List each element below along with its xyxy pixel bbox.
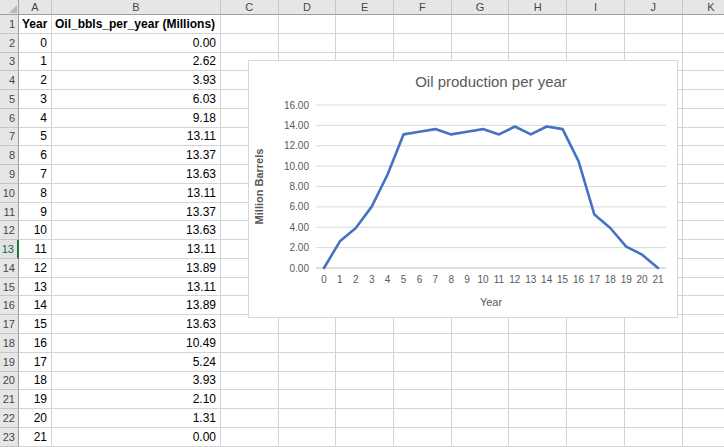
- cell-C21[interactable]: [221, 390, 279, 409]
- cell-E23[interactable]: [336, 428, 394, 447]
- cell-F18[interactable]: [394, 334, 452, 353]
- cell-A2[interactable]: 0: [19, 34, 52, 53]
- column-header-F[interactable]: F: [394, 0, 452, 15]
- cell-B13[interactable]: 13.11: [52, 240, 221, 259]
- cell-B8[interactable]: 13.37: [52, 146, 221, 165]
- cell-J2[interactable]: [625, 34, 683, 53]
- cell-D19[interactable]: [279, 353, 337, 372]
- cell-E19[interactable]: [336, 353, 394, 372]
- cell-G23[interactable]: [452, 428, 510, 447]
- cell-H23[interactable]: [509, 428, 567, 447]
- cell-A13[interactable]: 11: [19, 240, 52, 259]
- cell-A19[interactable]: 17: [19, 353, 52, 372]
- cell-C23[interactable]: [221, 428, 279, 447]
- cell-G1[interactable]: [452, 15, 510, 34]
- cell-H21[interactable]: [509, 390, 567, 409]
- cell-E1[interactable]: [336, 15, 394, 34]
- cell-F22[interactable]: [394, 409, 452, 428]
- cell-A20[interactable]: 18: [19, 372, 52, 391]
- cell-K2[interactable]: [683, 34, 724, 53]
- cell-F20[interactable]: [394, 372, 452, 391]
- cell-B19[interactable]: 5.24: [52, 353, 221, 372]
- row-header-3[interactable]: 3: [0, 53, 19, 72]
- cell-B1[interactable]: Oil_bbls_per_year (Millions): [52, 15, 221, 34]
- cell-A18[interactable]: 16: [19, 334, 52, 353]
- cell-A8[interactable]: 6: [19, 146, 52, 165]
- column-header-B[interactable]: B: [52, 0, 221, 15]
- row-header-15[interactable]: 15: [0, 278, 19, 297]
- select-all-corner[interactable]: [0, 0, 19, 15]
- row-header-8[interactable]: 8: [0, 146, 19, 165]
- cell-I20[interactable]: [567, 372, 625, 391]
- row-header-12[interactable]: 12: [0, 221, 19, 240]
- cell-B7[interactable]: 13.11: [52, 128, 221, 147]
- cell-K21[interactable]: [683, 390, 724, 409]
- cell-G20[interactable]: [452, 372, 510, 391]
- cell-G22[interactable]: [452, 409, 510, 428]
- column-header-J[interactable]: J: [625, 0, 683, 15]
- cell-B15[interactable]: 13.11: [52, 278, 221, 297]
- row-header-17[interactable]: 17: [0, 315, 19, 334]
- row-header-23[interactable]: 23: [0, 428, 19, 447]
- cell-F21[interactable]: [394, 390, 452, 409]
- cell-E21[interactable]: [336, 390, 394, 409]
- cell-B20[interactable]: 3.93: [52, 372, 221, 391]
- cell-D22[interactable]: [279, 409, 337, 428]
- cell-G17[interactable]: [452, 315, 510, 334]
- cell-A6[interactable]: 4: [19, 109, 52, 128]
- cell-B4[interactable]: 3.93: [52, 71, 221, 90]
- cell-A1[interactable]: Year: [19, 15, 52, 34]
- cell-B6[interactable]: 9.18: [52, 109, 221, 128]
- cell-J20[interactable]: [625, 372, 683, 391]
- column-header-E[interactable]: E: [336, 0, 394, 15]
- cell-J17[interactable]: [625, 315, 683, 334]
- cell-K17[interactable]: [683, 315, 724, 334]
- cell-B2[interactable]: 0.00: [52, 34, 221, 53]
- cell-C18[interactable]: [221, 334, 279, 353]
- row-header-10[interactable]: 10: [0, 184, 19, 203]
- cell-I1[interactable]: [567, 15, 625, 34]
- row-header-20[interactable]: 20: [0, 372, 19, 391]
- cell-A16[interactable]: 14: [19, 296, 52, 315]
- cell-K16[interactable]: [683, 296, 724, 315]
- cell-H1[interactable]: [509, 15, 567, 34]
- column-header-K[interactable]: K: [683, 0, 724, 15]
- cell-H20[interactable]: [509, 372, 567, 391]
- cell-D21[interactable]: [279, 390, 337, 409]
- cell-I17[interactable]: [567, 315, 625, 334]
- cell-D1[interactable]: [279, 15, 337, 34]
- cell-B18[interactable]: 10.49: [52, 334, 221, 353]
- cell-A7[interactable]: 5: [19, 128, 52, 147]
- column-header-H[interactable]: H: [509, 0, 567, 15]
- cell-A21[interactable]: 19: [19, 390, 52, 409]
- cell-G2[interactable]: [452, 34, 510, 53]
- cell-I18[interactable]: [567, 334, 625, 353]
- cell-B12[interactable]: 13.63: [52, 221, 221, 240]
- cell-H19[interactable]: [509, 353, 567, 372]
- cell-K12[interactable]: [683, 221, 724, 240]
- cell-B10[interactable]: 13.11: [52, 184, 221, 203]
- cell-A10[interactable]: 8: [19, 184, 52, 203]
- row-header-21[interactable]: 21: [0, 390, 19, 409]
- cell-K23[interactable]: [683, 428, 724, 447]
- cell-A5[interactable]: 3: [19, 90, 52, 109]
- cell-D23[interactable]: [279, 428, 337, 447]
- cell-C17[interactable]: [221, 315, 279, 334]
- cell-K18[interactable]: [683, 334, 724, 353]
- cell-K10[interactable]: [683, 184, 724, 203]
- cell-J1[interactable]: [625, 15, 683, 34]
- cell-B22[interactable]: 1.31: [52, 409, 221, 428]
- cell-I22[interactable]: [567, 409, 625, 428]
- cell-H22[interactable]: [509, 409, 567, 428]
- row-header-19[interactable]: 19: [0, 353, 19, 372]
- cell-E17[interactable]: [336, 315, 394, 334]
- cell-G21[interactable]: [452, 390, 510, 409]
- cell-G19[interactable]: [452, 353, 510, 372]
- embedded-chart[interactable]: 0.002.004.006.008.0010.0012.0014.0016.00…: [248, 60, 678, 318]
- cell-J23[interactable]: [625, 428, 683, 447]
- cell-F19[interactable]: [394, 353, 452, 372]
- cell-A23[interactable]: 21: [19, 428, 52, 447]
- cell-J21[interactable]: [625, 390, 683, 409]
- cell-C19[interactable]: [221, 353, 279, 372]
- cell-F2[interactable]: [394, 34, 452, 53]
